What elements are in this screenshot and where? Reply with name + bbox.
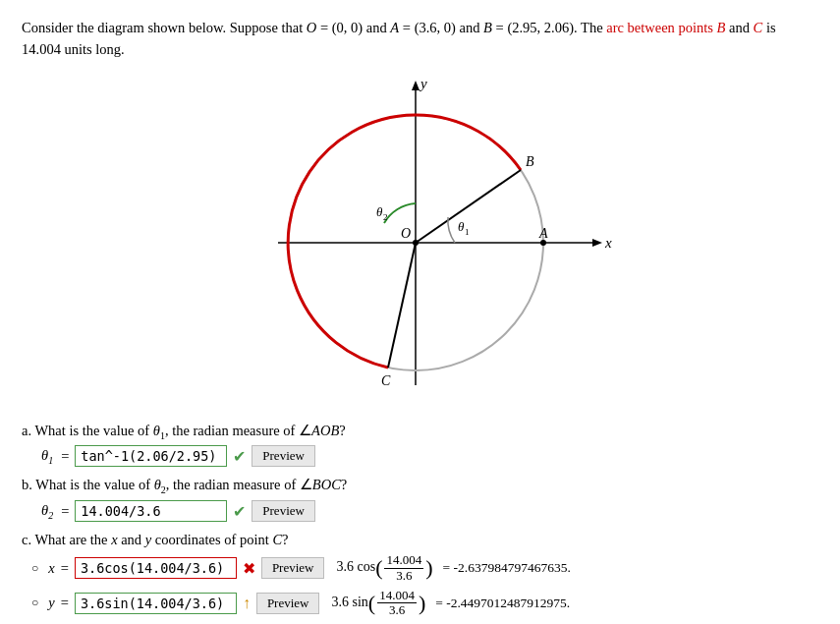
part-b-row: θ2 = ✔ Preview bbox=[41, 500, 818, 522]
equals-a: = bbox=[61, 448, 69, 465]
theta1-label: θ bbox=[458, 219, 465, 234]
y-equals: = bbox=[61, 595, 69, 611]
diagram-container: y x O A B C θ 1 θ 2 bbox=[22, 71, 818, 405]
y-bullet: ○ bbox=[31, 596, 38, 610]
x-expr-label: 3.6 cos(14.0043.6) bbox=[336, 553, 432, 583]
y-coord-row: ○ y = ↑ Preview 3.6 sin(14.0043.6) = -2.… bbox=[31, 589, 818, 618]
C-label: C bbox=[381, 373, 391, 388]
x-result: = -2.637984797467635. bbox=[443, 560, 571, 576]
part-a-row: θ1 = ✔ Preview bbox=[41, 445, 818, 467]
part-c-label: c. What are the x and y coordinates of p… bbox=[22, 532, 818, 548]
equals-b: = bbox=[61, 503, 69, 520]
and-text: and bbox=[729, 20, 750, 35]
theta1-label-a: θ1 bbox=[41, 447, 53, 466]
x-cross-icon: ✖ bbox=[243, 559, 255, 578]
problem-statement: Consider the diagram shown below. Suppos… bbox=[22, 18, 818, 61]
y-result: = -2.4497012487912975. bbox=[435, 596, 570, 611]
O-label: O bbox=[401, 226, 411, 241]
arc-length-text: 14.004 units long. bbox=[22, 41, 125, 57]
svg-marker-3 bbox=[412, 81, 420, 90]
y-fraction: 14.0043.6 bbox=[377, 589, 417, 618]
right-paren-y: ) bbox=[419, 591, 425, 615]
theta1-input[interactable] bbox=[75, 445, 227, 467]
svg-point-8 bbox=[540, 240, 546, 246]
x-equals: = bbox=[61, 560, 69, 577]
intro-text: Consider the diagram shown below. Suppos… bbox=[22, 20, 776, 35]
diagram-svg: y x O A B C θ 1 θ 2 bbox=[219, 71, 622, 405]
svg-point-7 bbox=[413, 240, 419, 246]
theta2-label-b: θ2 bbox=[41, 502, 53, 521]
part-a-label: a. What is the value of θ1, the radian m… bbox=[22, 423, 818, 441]
x-label: x bbox=[604, 235, 612, 251]
theta2-preview-button[interactable]: Preview bbox=[252, 500, 315, 522]
y-input[interactable] bbox=[75, 593, 237, 614]
A-label: A bbox=[538, 226, 548, 241]
B-label: B bbox=[526, 154, 534, 169]
theta2-label: θ bbox=[376, 204, 383, 219]
theta2-sub: 2 bbox=[383, 212, 388, 222]
left-paren-y: ( bbox=[368, 591, 375, 615]
theta2-input[interactable] bbox=[75, 500, 227, 522]
part-b-label: b. What is the value of θ2, the radian m… bbox=[22, 477, 818, 495]
theta1-sub: 1 bbox=[465, 227, 470, 237]
x-input[interactable] bbox=[75, 557, 237, 579]
left-paren-x: ( bbox=[375, 555, 382, 580]
theta1-check-icon: ✔ bbox=[233, 447, 246, 466]
y-var: y bbox=[48, 595, 54, 611]
x-coord-row: ○ x = ✖ Preview 3.6 cos(14.0043.6) = -2.… bbox=[31, 553, 818, 583]
y-preview-button[interactable]: Preview bbox=[256, 593, 320, 614]
y-check-icon: ↑ bbox=[243, 595, 251, 612]
y-expr-label: 3.6 sin(14.0043.6) bbox=[331, 589, 425, 618]
x-preview-button[interactable]: Preview bbox=[261, 557, 325, 579]
svg-marker-1 bbox=[592, 239, 602, 247]
x-fraction: 14.0043.6 bbox=[384, 553, 423, 583]
theta2-check-icon: ✔ bbox=[233, 502, 246, 521]
svg-line-6 bbox=[388, 243, 416, 368]
x-bullet: ○ bbox=[31, 561, 38, 576]
x-var: x bbox=[48, 560, 54, 577]
theta1-preview-button[interactable]: Preview bbox=[252, 445, 315, 467]
y-label: y bbox=[419, 76, 427, 91]
right-paren-x: ) bbox=[425, 555, 432, 580]
